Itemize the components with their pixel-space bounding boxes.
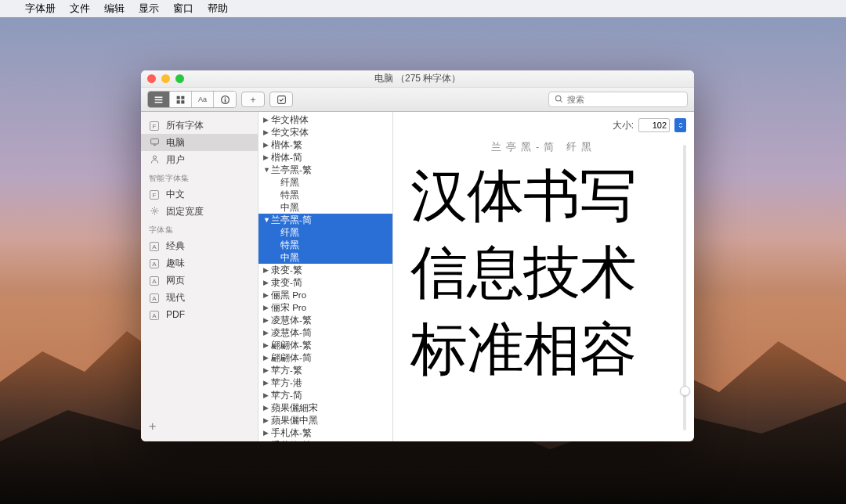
- menu-appname[interactable]: 字体册: [25, 2, 56, 16]
- sidebar-item-label: PDF: [166, 309, 250, 320]
- toggle-enable-button[interactable]: [269, 92, 293, 107]
- disclosure-triangle-icon[interactable]: ▶: [263, 416, 271, 424]
- fontset-icon: A: [149, 275, 160, 286]
- font-style-row[interactable]: 中黑: [258, 201, 392, 214]
- sidebar-item-fun[interactable]: A趣味: [141, 254, 258, 272]
- font-family-row[interactable]: ▼ 兰亭黑-繁: [258, 164, 392, 176]
- disclosure-triangle-icon[interactable]: ▶: [263, 354, 271, 362]
- disclosure-triangle-icon[interactable]: ▶: [263, 279, 271, 286]
- sidebar-item-computer[interactable]: 电脑: [141, 134, 258, 151]
- font-style-row[interactable]: 中黑: [258, 251, 392, 264]
- size-label: 大小:: [613, 119, 634, 132]
- sidebar-item-label: 经典: [166, 239, 250, 253]
- disclosure-triangle-icon[interactable]: ▶: [263, 304, 271, 311]
- add-collection-button[interactable]: +: [141, 413, 258, 441]
- sidebar-item-label: 趣味: [166, 257, 250, 270]
- disclosure-triangle-icon[interactable]: ▶: [263, 116, 271, 124]
- search-field[interactable]: [548, 92, 688, 107]
- svg-point-8: [153, 156, 156, 159]
- zoom-button[interactable]: [175, 74, 184, 83]
- disclosure-triangle-icon[interactable]: ▼: [263, 166, 271, 174]
- menu-window[interactable]: 窗口: [173, 2, 193, 16]
- sidebar-item-modern[interactable]: A现代: [141, 289, 258, 306]
- font-family-row[interactable]: ▶ 楷体-繁: [258, 139, 392, 151]
- font-family-row[interactable]: ▶ 华文楷体: [258, 113, 392, 126]
- view-info-button[interactable]: [214, 92, 236, 107]
- menu-help[interactable]: 帮助: [208, 2, 228, 16]
- disclosure-triangle-icon[interactable]: ▶: [263, 366, 271, 374]
- disclosure-triangle-icon[interactable]: ▼: [263, 216, 271, 224]
- font-family-row[interactable]: ▼ 兰亭黑-简: [258, 214, 392, 226]
- close-button[interactable]: [147, 74, 156, 83]
- font-family-row[interactable]: ▶ 蘋果儷細宋: [258, 401, 392, 414]
- font-style-row[interactable]: 纤黑: [258, 226, 392, 239]
- font-style-row[interactable]: 纤黑: [258, 176, 392, 189]
- menu-file[interactable]: 文件: [70, 2, 90, 16]
- font-family-row[interactable]: ▶ 苹方-繁: [258, 364, 392, 376]
- font-style-row[interactable]: 特黑: [258, 239, 392, 251]
- font-family-row[interactable]: ▶ 苹方-简: [258, 389, 392, 401]
- disclosure-triangle-icon[interactable]: ▶: [263, 404, 271, 412]
- disclosure-triangle-icon[interactable]: ▶: [263, 379, 271, 387]
- view-sample-button[interactable]: Aa: [192, 92, 214, 107]
- checkbox-icon: [277, 95, 287, 105]
- font-family-row[interactable]: ▶ 翩翩体-繁: [258, 339, 392, 351]
- toolbar: Aa ＋: [141, 88, 694, 112]
- fontset-icon: A: [149, 293, 160, 303]
- font-family-row[interactable]: ▶ 隶变-繁: [258, 264, 392, 276]
- sidebar-item-chinese[interactable]: F中文: [141, 185, 258, 203]
- sidebar-item-user[interactable]: 用户: [141, 151, 258, 168]
- font-family-row[interactable]: ▶ 隶变-简: [258, 276, 392, 289]
- disclosure-triangle-icon[interactable]: ▶: [263, 341, 271, 349]
- sidebar-item-web[interactable]: A网页: [141, 272, 258, 289]
- disclosure-triangle-icon[interactable]: ▶: [263, 291, 271, 299]
- sidebar-item-label: 用户: [166, 153, 250, 167]
- disclosure-triangle-icon[interactable]: ▶: [263, 153, 271, 161]
- font-family-row[interactable]: ▶ 手札体-繁: [258, 427, 392, 439]
- font-family-row[interactable]: ▶ 楷体-简: [258, 151, 392, 164]
- svg-rect-2: [224, 99, 226, 102]
- size-dropdown-button[interactable]: [674, 118, 686, 132]
- disclosure-triangle-icon[interactable]: ▶: [263, 391, 271, 399]
- menu-view[interactable]: 显示: [139, 2, 159, 16]
- font-family-row[interactable]: ▶ 苹方-港: [258, 376, 392, 389]
- sidebar: F所有字体电脑用户 智能字体集 F中文固定宽度 字体集 A经典A趣味A网页A现代…: [141, 112, 258, 441]
- minimize-button[interactable]: [161, 74, 170, 83]
- sidebar-item-label: 电脑: [166, 136, 250, 149]
- window-titlebar[interactable]: 电脑 （275 种字体）: [141, 70, 694, 88]
- size-input[interactable]: [638, 118, 670, 132]
- sidebar-item-classic[interactable]: A经典: [141, 237, 258, 254]
- fontset-icon: A: [149, 258, 160, 268]
- add-font-button[interactable]: ＋: [241, 92, 265, 107]
- font-list[interactable]: ▶ 华文楷体▶ 华文宋体▶ 楷体-繁▶ 楷体-简▼ 兰亭黑-繁纤黑特黑中黑▼ 兰…: [258, 112, 393, 441]
- sidebar-item-all-fonts[interactable]: F所有字体: [141, 117, 258, 134]
- size-slider-thumb[interactable]: [680, 386, 690, 396]
- disclosure-triangle-icon[interactable]: ▶: [263, 128, 271, 136]
- sidebar-item-fixed-width[interactable]: 固定宽度: [141, 203, 258, 220]
- sidebar-item-label: 所有字体: [166, 119, 250, 132]
- font-family-row[interactable]: ▶ 翩翩体-简: [258, 351, 392, 364]
- font-family-row[interactable]: ▶ 蘋果儷中黑: [258, 414, 392, 427]
- traffic-lights: [147, 74, 184, 83]
- font-family-row[interactable]: ▶ 手札体-简: [258, 439, 392, 441]
- disclosure-triangle-icon[interactable]: ▶: [263, 329, 271, 337]
- font-family-row[interactable]: ▶ 凌慧体-繁: [258, 314, 392, 326]
- font-family-row[interactable]: ▶ 华文宋体: [258, 126, 392, 139]
- svg-point-4: [555, 95, 561, 101]
- font-family-row[interactable]: ▶ 凌慧体-简: [258, 326, 392, 339]
- font-family-row[interactable]: ▶ 俪宋 Pro: [258, 301, 392, 314]
- sidebar-item-pdf[interactable]: APDF: [141, 306, 258, 323]
- fontset-icon: F: [149, 121, 160, 131]
- disclosure-triangle-icon[interactable]: ▶: [263, 316, 271, 324]
- search-input[interactable]: [567, 95, 682, 104]
- view-list-button[interactable]: [148, 92, 170, 107]
- svg-point-1: [224, 97, 226, 99]
- view-grid-button[interactable]: [170, 92, 192, 107]
- font-family-row[interactable]: ▶ 俪黑 Pro: [258, 289, 392, 301]
- disclosure-triangle-icon[interactable]: ▶: [263, 429, 271, 437]
- disclosure-triangle-icon[interactable]: ▶: [263, 141, 271, 149]
- menu-edit[interactable]: 编辑: [104, 2, 125, 16]
- font-style-row[interactable]: 特黑: [258, 189, 392, 201]
- disclosure-triangle-icon[interactable]: ▶: [263, 266, 271, 274]
- fontset-icon: A: [149, 310, 160, 320]
